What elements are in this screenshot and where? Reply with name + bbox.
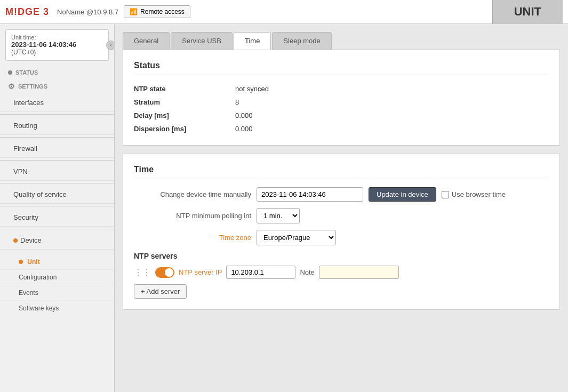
collapse-sidebar-button[interactable]: ‹ [106,41,115,50]
sidebar-item-routing[interactable]: Routing [0,117,114,135]
unit-active-dot [19,260,23,264]
timezone-label: Time zone [134,234,251,242]
ntp-server-ip-label: NTP server IP [179,268,222,276]
sidebar-item-vpn[interactable]: VPN [0,163,114,181]
sidebar-divider-4 [0,183,114,183]
add-server-button[interactable]: + Add server [134,284,187,299]
status-dot-icon [8,70,12,75]
use-browser-time-label[interactable]: Use browser time [442,190,506,198]
ntp-state-label: NTP state [134,83,230,94]
stratum-value: 8 [235,97,549,108]
ntp-state-value: not synced [235,83,549,94]
delay-value: 0.000 [235,110,549,121]
stratum-label: Stratum [134,97,230,108]
remote-access-label: Remote access [140,8,185,15]
sidebar-divider-7 [0,252,114,252]
change-time-row: Change device time manually Update in de… [134,187,549,202]
tab-bar: General Service USB Time Sleep mode [123,32,560,50]
change-time-label: Change device time manually [134,190,251,198]
sidebar-divider-6 [0,229,114,229]
sidebar-item-device[interactable]: Device [0,231,114,250]
ntp-server-toggle[interactable] [155,267,174,278]
sidebar-sub-item-software-keys[interactable]: Software keys [0,301,114,316]
main-layout: Unit time: 2023-11-06 14:03:46 (UTC+0) ‹… [0,24,568,392]
time-card-title: Time [134,165,549,179]
gear-icon: ⚙ [8,82,15,91]
sidebar-sub-item-unit[interactable]: Unit [0,254,114,270]
tab-service-usb[interactable]: Service USB [171,32,233,50]
device-name: NoName @10.9.8.7 [57,8,118,16]
sidebar-item-firewall[interactable]: Firewall [0,140,114,158]
sidebar-sub-item-configuration[interactable]: Configuration [0,270,114,285]
sidebar-settings-label: SETTINGS [18,83,47,90]
unit-time-value: 2023-11-06 14:03:46 [11,41,103,49]
app-logo: M!DGE 3 [5,6,49,18]
sidebar-item-qos[interactable]: Quality of service [0,186,114,204]
update-in-device-button[interactable]: Update in device [369,187,436,202]
ntp-servers-section: NTP servers ⋮⋮ NTP server IP Note + Add … [134,252,549,299]
device-bullet-icon [13,238,18,243]
ntp-poll-row: NTP minimum polling int 1 min. 2 min. 5 … [134,208,549,223]
time-card: Time Change device time manually Update … [123,154,560,310]
note-input[interactable] [319,266,399,279]
tab-time[interactable]: Time [234,32,271,50]
sidebar-section-status: STATUS [0,66,114,79]
unit-time-box: Unit time: 2023-11-06 14:03:46 (UTC+0) ‹ [5,29,109,61]
ntp-min-poll-label: NTP minimum polling int [134,212,251,220]
timezone-select[interactable]: Europe/Prague UTC America/New_York Asia/… [257,230,336,245]
content-area: General Service USB Time Sleep mode Stat… [115,24,568,392]
unit-badge: UNIT [492,0,563,24]
use-browser-time-checkbox[interactable] [442,191,449,198]
sidebar: Unit time: 2023-11-06 14:03:46 (UTC+0) ‹… [0,24,115,392]
sidebar-divider-2 [0,137,114,138]
status-card: Status NTP state not synced Stratum 8 De… [123,50,560,146]
tab-sleep-mode[interactable]: Sleep mode [272,32,331,50]
ntp-servers-title: NTP servers [134,252,549,260]
tab-general[interactable]: General [123,32,170,50]
status-table: NTP state not synced Stratum 8 Delay [ms… [134,83,549,134]
device-time-input[interactable] [257,187,363,202]
delay-label: Delay [ms] [134,110,230,121]
topbar: M!DGE 3 NoName @10.9.8.7 📶 Remote access… [0,0,568,24]
timezone-row: Time zone Europe/Prague UTC America/New_… [134,230,549,245]
unit-time-label: Unit time: [11,34,103,41]
remote-access-icon: 📶 [130,8,138,15]
remote-access-button[interactable]: 📶 Remote access [124,5,190,18]
status-card-title: Status [134,61,549,75]
add-server-label: + Add server [141,287,180,295]
dispersion-label: Dispersion [ms] [134,123,230,134]
note-label: Note [300,268,314,276]
sidebar-divider-5 [0,206,114,206]
unit-time-tz: (UTC+0) [11,49,103,56]
sidebar-divider-1 [0,114,114,115]
dispersion-value: 0.000 [235,123,549,134]
ntp-server-row: ⋮⋮ NTP server IP Note [134,266,549,279]
drag-handle-icon[interactable]: ⋮⋮ [134,267,151,277]
toggle-knob [165,268,173,277]
sidebar-sub-item-events[interactable]: Events [0,285,114,301]
sidebar-section-settings: ⚙ SETTINGS [0,79,114,94]
ntp-server-ip-input[interactable] [226,266,295,279]
sidebar-status-label: STATUS [15,69,38,76]
ntp-min-poll-select[interactable]: 1 min. 2 min. 5 min. 10 min. 15 min. 30 … [257,208,300,223]
sidebar-item-security[interactable]: Security [0,209,114,227]
sidebar-divider-3 [0,160,114,161]
sidebar-item-interfaces[interactable]: Interfaces [0,94,114,112]
